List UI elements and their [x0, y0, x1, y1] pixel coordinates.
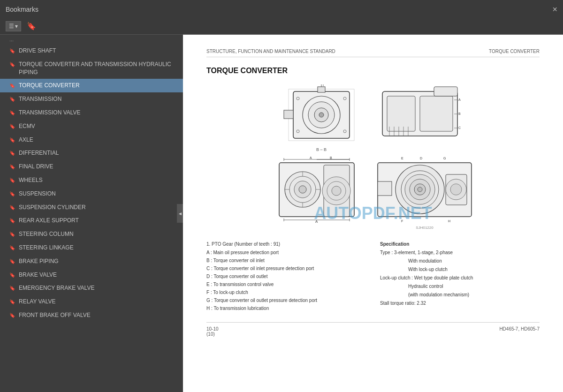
- sidebar-item-steering-linkage[interactable]: 🔖STEERING LINKAGE: [0, 241, 183, 255]
- sidebar-item-differential[interactable]: 🔖DIFFERENTIAL: [0, 146, 183, 160]
- sidebar-item-torque-converter[interactable]: 🔖TORQUE CONVERTER: [0, 79, 183, 92]
- svg-rect-15: [420, 96, 453, 131]
- svg-text:E: E: [401, 157, 403, 160]
- close-button[interactable]: ×: [552, 5, 557, 14]
- sidebar-item-relay-valve[interactable]: 🔖RELAY VALVE: [0, 295, 183, 309]
- svg-rect-5: [284, 110, 293, 119]
- svg-text:B: B: [458, 112, 461, 115]
- lockup-sub1: Hydraulic control: [380, 283, 540, 290]
- bookmark-label-steering-column: STEERING COLUMN: [19, 230, 177, 238]
- svg-rect-64: [378, 181, 392, 196]
- dropdown-arrow-icon: ▾: [15, 23, 18, 30]
- bookmark-icon-final-drive: 🔖: [9, 164, 15, 170]
- bookmark-icon-transmission-valve: 🔖: [9, 110, 15, 116]
- bookmark-icon-steering-linkage: 🔖: [9, 245, 15, 251]
- diagram-side-svg: A B C: [373, 84, 467, 145]
- diagram-side: A B C: [373, 84, 467, 152]
- bookmark-label-torque-converter-transmission: TORQUE CONVERTER AND TRANSMISSION HYDRAU…: [19, 60, 177, 76]
- sidebar-item-axle[interactable]: 🔖AXLE: [0, 133, 183, 147]
- desc-item-2: C : Torque converter oil inlet pressure …: [206, 265, 366, 272]
- desc-item-6: G : Torque converter oil outlet pressure…: [206, 297, 366, 304]
- desc-item-3: D : Torque converter oil outlet: [206, 273, 366, 280]
- lockup-label: Lock-up clutch: [380, 275, 410, 280]
- sidebar-item-suspension[interactable]: 🔖SUSPENSION: [0, 187, 183, 201]
- bookmark-icon-emergency-brake-valve: 🔖: [9, 285, 15, 292]
- sjh-label: SJH01220: [416, 226, 433, 230]
- bookmark-icon-brake-valve: 🔖: [9, 272, 15, 279]
- doc-header-right: TORQUE CONVERTER: [489, 49, 540, 54]
- desc-item1: 1. PTO Gear (Number of teeth : 91): [206, 241, 366, 248]
- sidebar-item-ecmv[interactable]: 🔖ECMV: [0, 120, 183, 133]
- list-view-button[interactable]: ☰ ▾: [6, 21, 21, 31]
- sidebar-item-torque-converter-transmission[interactable]: 🔖TORQUE CONVERTER AND TRANSMISSION HYDRA…: [0, 58, 183, 79]
- spec-type-label: Type: [380, 250, 390, 255]
- sidebar-item-transmission[interactable]: 🔖TRANSMISSION: [0, 92, 183, 106]
- diagrams-bottom-row: A B: [270, 156, 476, 230]
- sidebar-item-final-drive[interactable]: 🔖FINAL DRIVE: [0, 160, 183, 173]
- sidebar-item-suspension-cylinder[interactable]: 🔖SUSPENSION CYLINDER: [0, 201, 183, 214]
- description-left: 1. PTO Gear (Number of teeth : 91) A : M…: [206, 241, 366, 313]
- main-layout: ... 🔖DRIVE SHAFT🔖TORQUE CONVERTER AND TR…: [0, 35, 563, 392]
- bookmark-label-transmission: TRANSMISSION: [19, 95, 177, 103]
- sidebar-item-brake-piping[interactable]: 🔖BRAKE PIPING: [0, 255, 183, 268]
- bookmark-icon-differential: 🔖: [9, 150, 15, 157]
- page-content[interactable]: AUTOPDF.NET STRUCTURE, FUNCTION AND MAIN…: [183, 35, 563, 392]
- bookmark-label-differential: DIFFERENTIAL: [19, 149, 177, 157]
- panel-title: Bookmarks: [6, 6, 38, 13]
- spec-type-value: : 3-element, 1-stage, 2-phase: [391, 250, 453, 255]
- document-footer: 10-10 (10) HD465-7, HD605-7: [206, 322, 540, 337]
- bookmark-search-icon: 🔖: [27, 22, 36, 30]
- bookmark-icon-drive-shaft: 🔖: [9, 48, 15, 54]
- svg-text:D: D: [420, 157, 422, 160]
- bookmark-search-button[interactable]: 🔖: [24, 21, 39, 31]
- sidebar-item-rear-axle-support[interactable]: 🔖REAR AXLE SUPPORT: [0, 214, 183, 227]
- bookmark-icon-relay-valve: 🔖: [9, 299, 15, 305]
- bookmark-icon-wheels: 🔖: [9, 177, 15, 184]
- sidebar-item-drive-shaft[interactable]: 🔖DRIVE SHAFT: [0, 44, 183, 58]
- svg-text:A: A: [315, 219, 318, 224]
- diagram-bb-caption: B – B: [316, 147, 327, 152]
- bookmark-icon-front-brake-off-valve: 🔖: [9, 312, 15, 319]
- sidebar-item-front-brake-off-valve[interactable]: 🔖FRONT BRAKE OFF VALVE: [0, 309, 183, 322]
- sidebar-item-transmission-valve[interactable]: 🔖TRANSMISSION VALVE: [0, 106, 183, 120]
- bookmark-label-brake-piping: BRAKE PIPING: [19, 257, 177, 265]
- stall-torque: Stall torque ratio: 2.32: [380, 300, 540, 307]
- bookmark-label-suspension: SUSPENSION: [19, 190, 177, 198]
- sidebar-item-wheels[interactable]: 🔖WHEELS: [0, 173, 183, 187]
- bookmark-icon-steering-column: 🔖: [9, 231, 15, 238]
- diagram-bb-svg: I: [279, 84, 364, 145]
- desc-item-5: F : To lock-up clutch: [206, 289, 366, 296]
- desc-items-list: A : Main oil pressure detection portB : …: [206, 249, 366, 312]
- sidebar-item-steering-column[interactable]: 🔖STEERING COLUMN: [0, 227, 183, 241]
- diagram-bb: I B – B: [279, 84, 364, 152]
- lockup-value: : Wet type double plate clutch: [411, 275, 473, 280]
- bookmark-label-final-drive: FINAL DRIVE: [19, 163, 177, 171]
- footer-page: 10-10: [206, 326, 219, 332]
- svg-text:G: G: [443, 157, 446, 160]
- sidebar-item-brake-valve[interactable]: 🔖BRAKE VALVE: [0, 268, 183, 282]
- document-header: STRUCTURE, FUNCTION AND MAINTENANCE STAN…: [206, 49, 540, 57]
- svg-point-38: [299, 186, 306, 193]
- spec-type-sub2: With lock-up clutch: [380, 266, 540, 273]
- bookmark-icon-suspension-cylinder: 🔖: [9, 204, 15, 211]
- document-content: AUTOPDF.NET STRUCTURE, FUNCTION AND MAIN…: [183, 35, 563, 392]
- svg-rect-14: [387, 96, 415, 131]
- diagram-front-svg: A B: [270, 156, 364, 224]
- bookmark-label-torque-converter: TORQUE CONVERTER: [19, 82, 177, 90]
- bookmark-label-rear-axle-support: REAR AXLE SUPPORT: [19, 217, 177, 225]
- sidebar-collapse-button[interactable]: ◄: [177, 204, 183, 223]
- svg-text:A: A: [310, 156, 312, 159]
- diagrams-top-row: I B – B: [279, 84, 467, 152]
- diagram-detail: E D G: [373, 156, 476, 230]
- sidebar-item-emergency-brake-valve[interactable]: 🔖EMERGENCY BRAKE VALVE: [0, 281, 183, 295]
- diagrams-area: I B – B: [206, 84, 540, 234]
- svg-text:H: H: [448, 219, 450, 223]
- bookmark-label-wheels: WHEELS: [19, 176, 177, 184]
- svg-rect-16: [434, 87, 457, 96]
- desc-item-4: E : To transmission control valve: [206, 281, 366, 288]
- more-items-indicator: ...: [0, 35, 183, 44]
- bookmark-label-drive-shaft: DRIVE SHAFT: [19, 47, 177, 55]
- desc-item-0: A : Main oil pressure detection port: [206, 249, 366, 256]
- bookmark-icon-rear-axle-support: 🔖: [9, 218, 15, 224]
- bookmark-label-front-brake-off-valve: FRONT BRAKE OFF VALVE: [19, 311, 177, 319]
